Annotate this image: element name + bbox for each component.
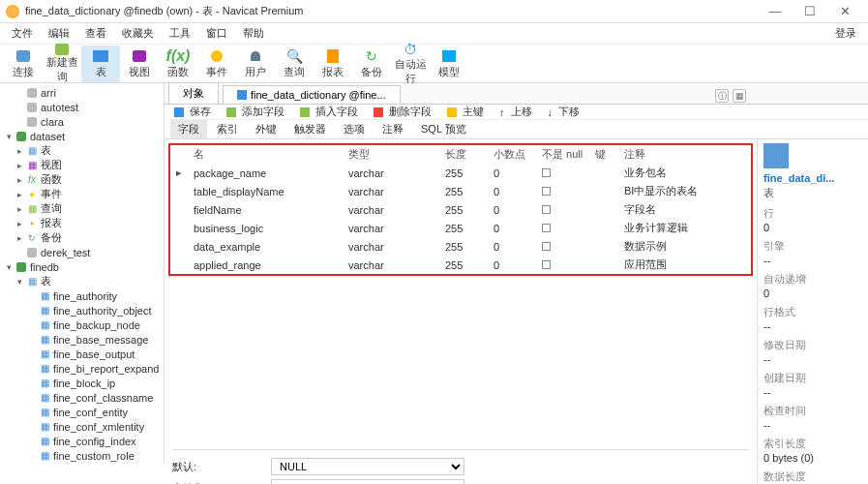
primary-key-button[interactable]: 主键 <box>443 105 492 119</box>
subtab-triggers[interactable]: 触发器 <box>286 120 334 138</box>
property-section: 检查时间-- <box>763 404 862 431</box>
table-node[interactable]: fine_conf_entity <box>0 405 164 419</box>
menu-edit[interactable]: 编辑 <box>41 26 77 41</box>
notnull-checkbox[interactable] <box>542 242 551 251</box>
field-row[interactable]: fieldNamevarchar2550字段名 <box>170 200 751 219</box>
queries-folder[interactable]: ▸查询 <box>0 201 164 216</box>
table-node[interactable]: fine_conf_xmlentity <box>0 419 164 434</box>
table-node[interactable]: fine_custom_role <box>0 448 164 463</box>
notnull-checkbox[interactable] <box>542 168 551 177</box>
model-icon <box>439 47 459 65</box>
reports-folder[interactable]: ▸报表 <box>0 216 164 230</box>
info-button[interactable]: ⓘ <box>715 89 729 103</box>
menu-window[interactable]: 窗口 <box>198 26 235 41</box>
minimize-button[interactable]: — <box>758 4 793 18</box>
tool-user[interactable]: 用户 <box>236 45 275 82</box>
window-title: fine_data_dictionary @finedb (own) - 表 -… <box>25 4 758 18</box>
login-link[interactable]: 登录 <box>827 26 864 41</box>
add-field-button[interactable]: 添加字段 <box>223 105 292 119</box>
table-node[interactable]: fine_block_ip <box>0 376 164 390</box>
menu-help[interactable]: 帮助 <box>235 26 272 41</box>
subtab-notes[interactable]: 注释 <box>374 120 411 138</box>
default-select[interactable]: NULL <box>271 458 464 475</box>
charset-select[interactable]: utf8 <box>271 479 464 484</box>
maximize-button[interactable]: ☐ <box>793 4 827 18</box>
tool-auto[interactable]: 自动运行 <box>391 45 430 82</box>
col-notnull[interactable]: 不是 null <box>536 145 589 164</box>
db-node[interactable]: clara <box>0 114 164 129</box>
menu-favorites[interactable]: 收藏夹 <box>114 26 162 41</box>
tool-table[interactable]: 表 <box>81 45 120 82</box>
tables-folder[interactable]: ▾表 <box>0 274 164 288</box>
table-node[interactable]: fine_bi_report_expand <box>0 361 164 376</box>
delete-field-button[interactable]: 删除字段 <box>370 105 439 119</box>
col-decimal[interactable]: 小数点 <box>488 145 536 164</box>
col-key[interactable]: 键 <box>589 145 618 164</box>
table-node[interactable]: fine_config_index <box>0 434 164 448</box>
save-button[interactable]: 保存 <box>170 105 219 119</box>
field-row[interactable]: table_displayNamevarchar2550BI中显示的表名 <box>170 182 751 200</box>
db-node[interactable]: derek_test <box>0 245 164 259</box>
menu-tools[interactable]: 工具 <box>162 26 198 41</box>
table-icon <box>237 90 247 100</box>
tables-folder[interactable]: ▸表 <box>0 143 164 158</box>
table-node[interactable]: fine_backup_node <box>0 318 164 332</box>
col-comment[interactable]: 注释 <box>618 145 751 164</box>
table-node[interactable]: fine_base_output <box>0 347 164 361</box>
move-up-button[interactable]: ↑ 上移 <box>495 105 540 119</box>
plug-icon <box>14 47 33 65</box>
search-icon <box>284 47 304 65</box>
views-folder[interactable]: ▸视图 <box>0 158 164 172</box>
notnull-checkbox[interactable] <box>542 260 551 269</box>
events-folder[interactable]: ▸事件 <box>0 187 164 201</box>
insert-icon <box>300 107 310 117</box>
table-node[interactable]: fine_conf_classname <box>0 390 164 405</box>
tab-objects[interactable]: 对象 <box>168 82 219 104</box>
table-node[interactable]: fine_authority_object <box>0 303 164 318</box>
default-label: 默认: <box>172 460 269 474</box>
tool-model[interactable]: 模型 <box>430 45 468 82</box>
subtab-options[interactable]: 选项 <box>336 120 373 138</box>
field-row[interactable]: data_examplevarchar2550数据示例 <box>170 237 751 256</box>
menu-file[interactable]: 文件 <box>4 26 41 41</box>
close-button[interactable]: ✕ <box>827 4 862 18</box>
tool-function[interactable]: f(x)函数 <box>159 45 197 82</box>
tool-connection[interactable]: 连接 <box>4 45 43 82</box>
tool-event[interactable]: 事件 <box>197 45 236 82</box>
notnull-checkbox[interactable] <box>542 205 551 214</box>
table-node[interactable]: fine_authority <box>0 288 164 303</box>
subtab-fk[interactable]: 外键 <box>248 120 284 138</box>
tool-report[interactable]: 报表 <box>314 45 352 82</box>
col-type[interactable]: 类型 <box>343 145 439 164</box>
tool-search[interactable]: 查询 <box>275 45 314 82</box>
tab-current[interactable]: fine_data_dictionary @fine... <box>223 85 401 104</box>
subtab-indexes[interactable]: 索引 <box>209 120 246 138</box>
functions-folder[interactable]: ▸函数 <box>0 172 164 187</box>
col-length[interactable]: 长度 <box>439 145 488 164</box>
field-row[interactable]: applied_rangevarchar2550应用范围 <box>170 256 751 274</box>
db-node[interactable]: autotest <box>0 100 164 114</box>
menu-view[interactable]: 查看 <box>77 26 114 41</box>
tool-new-query[interactable]: 新建查询 <box>43 45 81 82</box>
connection-tree[interactable]: arri autotest clara ▾dataset ▸表 ▸视图 ▸函数 … <box>0 83 165 463</box>
notnull-checkbox[interactable] <box>542 224 551 232</box>
backups-folder[interactable]: ▸备份 <box>0 230 164 245</box>
notnull-checkbox[interactable] <box>542 187 551 196</box>
field-row[interactable]: business_logicvarchar2550业务计算逻辑 <box>170 219 751 237</box>
field-grid[interactable]: 名 类型 长度 小数点 不是 null 键 注释 ▸package_nameva… <box>168 143 753 276</box>
subtab-fields[interactable]: 字段 <box>170 120 207 138</box>
tool-view[interactable]: 视图 <box>120 45 159 82</box>
table-node[interactable]: fine_base_message <box>0 332 164 347</box>
move-down-button[interactable]: ↓ 下移 <box>544 105 588 119</box>
db-node[interactable]: arri <box>0 85 164 100</box>
tool-backup[interactable]: 备份 <box>352 45 391 82</box>
db-node[interactable]: ▾dataset <box>0 129 164 143</box>
field-row[interactable]: ▸package_namevarchar2550业务包名 <box>170 164 751 182</box>
report-icon <box>323 47 343 65</box>
gridview-button[interactable]: ▦ <box>733 89 746 103</box>
col-name[interactable]: 名 <box>188 145 343 164</box>
insert-field-button[interactable]: 插入字段 <box>296 105 366 119</box>
property-section: 行0 <box>763 206 862 233</box>
db-node[interactable]: ▾finedb <box>0 259 164 274</box>
subtab-sql[interactable]: SQL 预览 <box>413 120 474 138</box>
